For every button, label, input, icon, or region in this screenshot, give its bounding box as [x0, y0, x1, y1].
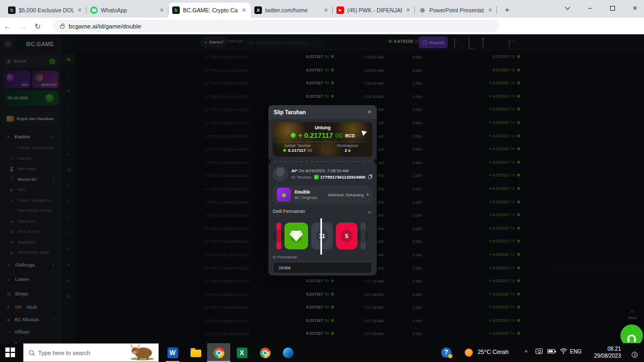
modal-title: Slip Taruhan — [274, 109, 306, 115]
start-button[interactable] — [5, 348, 16, 358]
bet-id-label: ID Taruhan: — [291, 175, 312, 180]
app-glyph — [283, 348, 294, 358]
tab-close-icon[interactable]: × — [323, 6, 329, 14]
game-title: Double — [295, 189, 324, 195]
window-minimize-button[interactable]: – — [582, 0, 598, 16]
taskbar-search-placeholder: Type here to search — [38, 350, 124, 356]
game-id-box[interactable] — [273, 262, 372, 274]
hexagon-shape — [273, 229, 286, 243]
reload-button[interactable]: ↻ — [30, 22, 45, 31]
clock-time: 08.21 — [588, 345, 621, 352]
window-maximize-button[interactable] — [604, 0, 620, 16]
screen: $5,000 Exclusive DOU × WhatsApp × BC.GAM… — [0, 0, 644, 362]
bet-slip-modal: Slip Taruhan × Untung + 0.21711700 BCD J — [268, 105, 377, 276]
hexagon-shape — [357, 229, 370, 243]
battery-icon[interactable] — [547, 349, 555, 353]
url-text[interactable]: bcgame.ai/id/game/double — [69, 23, 141, 29]
window-close-button[interactable]: × — [627, 0, 643, 16]
tab-whatsapp[interactable]: WhatsApp × — [86, 3, 169, 18]
payout-multiplier-value: 2 x — [345, 148, 350, 153]
tab-close-icon[interactable]: × — [77, 6, 83, 14]
wifi-icon[interactable] — [560, 348, 567, 354]
taskbar-chrome-icon[interactable] — [253, 343, 276, 362]
game-id-label: ID Permainan — [273, 255, 372, 260]
result-card-11: 11 — [311, 223, 333, 249]
game-row[interactable]: ◆ Double BC Originals Mainkan Sekarang — [273, 186, 372, 204]
bet-amount-label: Jumlah Taruhan — [273, 144, 323, 147]
game-details-toggle[interactable]: Detil Permainan — [273, 209, 372, 214]
tab-powerpoint[interactable]: PowerPoint Presentati × — [415, 3, 497, 18]
app-glyph — [260, 348, 270, 358]
clock-date: 29/08/2023 — [588, 352, 621, 359]
action-center-icon[interactable]: 3 — [626, 348, 635, 356]
tab-twitter[interactable]: twitter.com/home × — [251, 3, 333, 18]
tab-favicon-icon — [8, 6, 16, 14]
play-now-link[interactable]: Mainkan Sekarang — [328, 193, 368, 197]
diamond-gem-icon — [289, 230, 303, 242]
tab-bcgame-promo[interactable]: $5,000 Exclusive DOU × — [4, 3, 86, 18]
chevron-down-icon — [368, 209, 371, 213]
taskbar-search-box[interactable]: Type here to search — [23, 343, 159, 362]
taskbar-apps: W X — [161, 343, 299, 362]
tab-title: WhatsApp — [101, 7, 156, 13]
bet-datetime: On 8/29/2023, 7:28:33 AM — [298, 168, 348, 173]
notification-count-badge: 3 — [632, 352, 638, 358]
taskbar-excel-icon[interactable]: X — [230, 343, 253, 362]
support-chat-button[interactable] — [620, 324, 643, 343]
win-summary-card: Untung + 0.21711700 BCD Jumlah Taruhan 0… — [273, 122, 372, 157]
tab-bcgame-active[interactable]: BC.GAME: Crypto Casi × — [169, 3, 251, 18]
tab-title: PowerPoint Presentati — [429, 7, 484, 13]
tab-close-icon[interactable]: × — [159, 6, 165, 14]
tab-search-chevron-icon[interactable] — [559, 0, 575, 16]
taskbar-chrome-active-icon[interactable] — [207, 343, 230, 362]
tab-close-icon[interactable]: × — [487, 6, 493, 14]
back-button[interactable]: ← — [0, 22, 15, 31]
double-game-icon: ◆ — [277, 188, 291, 202]
copy-icon[interactable] — [368, 175, 371, 179]
win-amount-zeros: 00 — [335, 131, 342, 139]
taskbar-edge-icon[interactable] — [276, 343, 299, 362]
app-glyph: W — [167, 348, 178, 358]
result-card-partial — [361, 223, 365, 249]
win-currency: BCD — [345, 133, 355, 138]
weather-sun-icon[interactable] — [465, 349, 473, 357]
headphones-icon — [627, 335, 636, 340]
app-glyph: X — [237, 348, 247, 358]
tab-title: $5,000 Exclusive DOU — [19, 7, 74, 13]
bettor-row: Al* On 8/29/2023, 7:28:33 AM ID Taruhan:… — [273, 166, 372, 181]
tab-title: (45) PWK - DIPENJARA — [347, 7, 402, 13]
taskbar-clock[interactable]: 08.21 29/08/2023 — [588, 345, 621, 359]
bcgame-page: BC.GAME ▣ Bonus 1 MISI MEMUTAR — [0, 34, 644, 343]
tab-youtube[interactable]: (45) PWK - DIPENJARA × — [333, 3, 415, 18]
search-icon — [29, 350, 34, 355]
ox-doodle-image[interactable] — [128, 343, 156, 362]
result-marker-line — [320, 218, 322, 255]
meet-now-icon[interactable] — [536, 349, 543, 354]
user-avatar — [273, 166, 288, 181]
tab-close-icon[interactable]: × — [405, 6, 411, 14]
card-number: 5 — [345, 233, 348, 239]
weather-text[interactable]: 25°C Cerah — [478, 349, 509, 355]
username: Al* — [291, 168, 297, 173]
padlock-icon[interactable] — [60, 25, 64, 28]
browser-tabstrip: $5,000 Exclusive DOU × WhatsApp × BC.GAM… — [0, 0, 644, 18]
language-indicator[interactable]: ENG — [570, 349, 582, 354]
tray-chevron-icon[interactable]: ^ — [525, 350, 528, 356]
win-amount: + 0.217117 — [298, 131, 333, 139]
game-details-label: Detil Permainan — [273, 209, 305, 214]
tab-close-icon[interactable]: × — [241, 6, 247, 14]
payout-label: Pembayaran — [323, 144, 373, 147]
new-tab-button[interactable]: + — [500, 2, 514, 16]
address-bar[interactable]: bcgame.ai/id/game/double — [54, 20, 499, 32]
game-id-input[interactable] — [277, 265, 368, 271]
win-label: Untung — [273, 125, 372, 130]
get-help-icon[interactable]: ? — [441, 348, 451, 358]
modal-close-icon[interactable]: × — [368, 108, 371, 116]
taskbar-explorer-icon[interactable] — [184, 343, 207, 362]
taskbar-word-icon[interactable]: W — [161, 343, 184, 362]
tab-favicon-icon — [336, 6, 344, 14]
bet-id-value: 1775517361133924900 — [320, 175, 365, 180]
forward-button[interactable]: → — [15, 22, 30, 31]
verified-shield-icon: ✓ — [314, 175, 319, 180]
chevron-right-icon — [365, 193, 369, 196]
